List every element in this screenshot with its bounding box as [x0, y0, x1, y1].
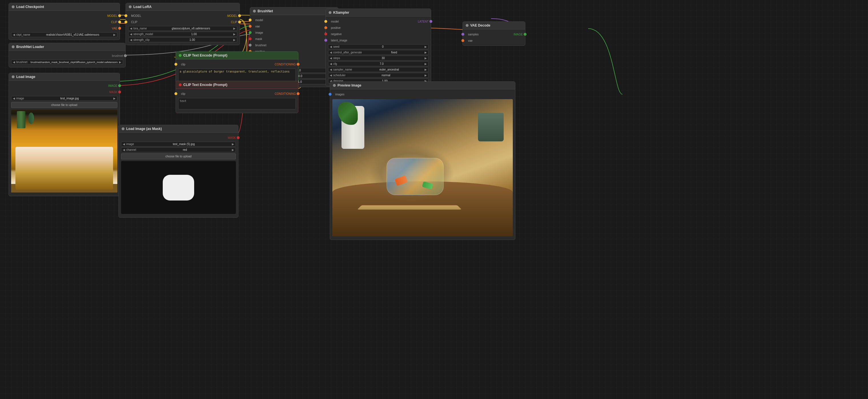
- ks-sampler-arrow-right[interactable]: ▶: [425, 68, 427, 71]
- ks-steps-value: 30: [342, 57, 425, 60]
- clip-output-port: [118, 21, 121, 23]
- mask-image-arrow-right[interactable]: ▶: [232, 143, 234, 146]
- image-output-row: IMAGE: [9, 83, 120, 89]
- ks-model-port: [324, 20, 327, 23]
- ks-negative-port: [324, 33, 327, 35]
- brushnet-title: BrushNet: [257, 9, 273, 13]
- bn-brushnet-input-port: [249, 44, 252, 47]
- lora-clip-output-port: [238, 21, 241, 23]
- ks-cfg-arrow-left[interactable]: ◀: [330, 62, 332, 65]
- mask-image-arrow-left[interactable]: ◀: [123, 143, 125, 146]
- strength-model-label: strength_model: [133, 33, 153, 36]
- ks-steps-arrow-left[interactable]: ◀: [330, 57, 332, 60]
- mask-choose-file-button[interactable]: choose file to upload: [121, 153, 236, 159]
- clip-negative-text[interactable]: text: [178, 98, 296, 110]
- load-image-arrow-right[interactable]: ▶: [113, 97, 116, 100]
- load-image-arrow-left[interactable]: ◀: [13, 97, 15, 100]
- ks-latent-output-label: LATENT: [418, 20, 429, 23]
- brushnet-output-label: brushnet: [112, 54, 123, 57]
- ksampler-title: KSampler: [333, 10, 349, 14]
- ks-cfg-row[interactable]: ◀ cfg 7.0 ▶: [328, 61, 429, 66]
- ks-seed-arrow-right[interactable]: ▶: [425, 45, 427, 48]
- mask-channel-label: channel: [126, 148, 136, 151]
- ks-control-row[interactable]: ◀ control_after_generate fixed ▶: [328, 50, 429, 55]
- brushnet-arrow-right[interactable]: ▶: [119, 61, 121, 64]
- preview-image-node: Preview Image images: [330, 82, 516, 240]
- model-output-port: [118, 14, 121, 17]
- strength-clip-row[interactable]: ◀ strength_clip 1.00 ▶: [128, 37, 237, 42]
- bn-mask-input-port: [249, 37, 252, 40]
- strength-model-arrow-left[interactable]: ◀: [130, 33, 132, 36]
- clip-text-negative-node: CLIP Text Encode (Prompt) clip CONDITION…: [176, 81, 299, 113]
- mask-output-label: MASK: [110, 91, 117, 94]
- bn-brushnet-input: brushnet: [250, 42, 338, 48]
- vae-decode-header: VAE Decode: [463, 22, 525, 29]
- load-image-value: test_image.jpg: [26, 97, 113, 100]
- vae-decode-dot: [466, 24, 469, 27]
- ks-scheduler-label: scheduler: [333, 74, 345, 77]
- bn-mask-label: mask: [255, 37, 262, 40]
- mask-channel-arrow-left[interactable]: ◀: [123, 148, 125, 151]
- mask-output-label2: MASK: [228, 136, 236, 140]
- mask-image-row[interactable]: ◀ image test_mask (5).jpg ▶: [121, 142, 236, 147]
- ks-seed-arrow-left[interactable]: ◀: [330, 45, 332, 48]
- preview-rendered-image: [332, 99, 513, 236]
- strength-clip-arrow-right[interactable]: ▶: [233, 38, 236, 41]
- image-output-label: IMAGE: [108, 84, 117, 87]
- ckpt-arrow-left[interactable]: ◀: [13, 33, 15, 36]
- vae-decode-title: VAE Decode: [470, 23, 490, 27]
- mask-channel-arrow-right[interactable]: ▶: [232, 148, 234, 151]
- load-image-node: Load Image IMAGE MASK ◀ image test_image…: [8, 73, 120, 196]
- ks-latent-output-port: [429, 20, 432, 23]
- strength-model-row[interactable]: ◀ strength_model 1.00 ▶: [128, 32, 237, 36]
- brushnet-label: brushnet: [16, 61, 27, 64]
- bn-vae-label: vae: [255, 25, 260, 28]
- lora-name-value: glasssculpture_v8.safetensors: [149, 27, 233, 30]
- strength-model-value: 1.00: [155, 33, 233, 36]
- ks-positive-input: positive: [326, 25, 431, 31]
- ks-control-arrow-left[interactable]: ◀: [330, 51, 332, 54]
- choose-file-button[interactable]: choose file to upload: [11, 102, 117, 108]
- ks-steps-row[interactable]: ◀ steps 30 ▶: [328, 56, 429, 61]
- mask-image-label: image: [126, 143, 134, 146]
- lora-name-arrow-right[interactable]: ▶: [233, 27, 236, 30]
- vae-output-row: VAE: [9, 25, 120, 31]
- brushnet-loader-dot: [12, 45, 14, 48]
- ks-sampler-row[interactable]: ◀ sampler_name euler_ancestral ▶: [328, 67, 429, 72]
- ks-scheduler-row[interactable]: ◀ scheduler normal ▶: [328, 73, 429, 78]
- ks-control-label: control_after_generate: [333, 51, 362, 54]
- ckpt-arrow-right[interactable]: ▶: [113, 33, 116, 36]
- mask-channel-row[interactable]: ◀ channel red ▶: [121, 147, 236, 152]
- lora-name-row[interactable]: ◀ lora_name glasssculpture_v8.safetensor…: [128, 26, 237, 31]
- ks-seed-row[interactable]: ◀ seed 0 ▶: [328, 44, 429, 49]
- brushnet-arrow-left[interactable]: ◀: [13, 61, 15, 64]
- lora-model-output-port: [238, 14, 241, 17]
- load-image-label: image: [16, 97, 24, 100]
- clip-negative-header: CLIP Text Encode (Prompt): [176, 81, 298, 89]
- load-image-dot: [12, 75, 14, 78]
- clip-negative-clip-port: [175, 92, 177, 95]
- mask-output-port2: [237, 136, 240, 139]
- vae-output-port: [118, 27, 121, 30]
- lora-name-arrow-left[interactable]: ◀: [130, 27, 132, 30]
- bn-model-input-port: [249, 19, 252, 22]
- ksampler-dot: [329, 11, 332, 14]
- load-lora-header: Load LoRA: [126, 3, 240, 11]
- load-image-header: Load Image: [9, 73, 120, 81]
- model-output-row: MODEL: [9, 12, 120, 19]
- ks-scheduler-arrow-right[interactable]: ▶: [425, 74, 427, 77]
- brushnet-value-row[interactable]: ◀ brushnet brushnet/random_mask_brushnet…: [11, 60, 123, 65]
- strength-model-arrow-right[interactable]: ▶: [233, 33, 236, 36]
- ks-sampler-value: euler_ancestral: [354, 68, 425, 71]
- ckpt-name-row[interactable]: ◀ ckpt_name realisticVisionV60B1_v51VAE.…: [11, 32, 117, 37]
- ks-scheduler-arrow-left[interactable]: ◀: [330, 74, 332, 77]
- ks-cfg-arrow-right[interactable]: ▶: [425, 62, 427, 65]
- ks-sampler-arrow-left[interactable]: ◀: [330, 68, 332, 71]
- ks-control-arrow-right[interactable]: ▶: [425, 51, 427, 54]
- load-image-name-row[interactable]: ◀ image test_image.jpg ▶: [11, 96, 117, 101]
- strength-clip-arrow-left[interactable]: ◀: [130, 38, 132, 41]
- ks-cfg-label: cfg: [333, 62, 337, 65]
- load-checkpoint-dot: [12, 5, 14, 8]
- vae-decode-image-output-label: IMAGE: [514, 33, 523, 36]
- ks-steps-arrow-right[interactable]: ▶: [425, 57, 427, 60]
